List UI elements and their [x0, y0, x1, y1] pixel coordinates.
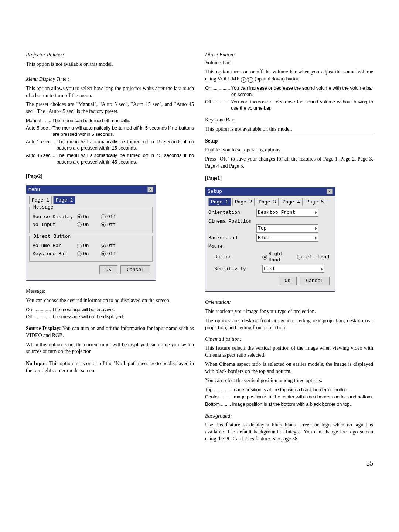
def-key: Auto 5 sec [26, 125, 48, 138]
ok-button[interactable]: OK [279, 277, 297, 285]
row-volume-bar: Volume Bar On Off [33, 243, 149, 249]
tab-row: Page 1 Page 2 [29, 196, 153, 204]
projector-pointer-body: This option is not available on this mod… [26, 61, 194, 68]
def-val: The menu will automatically be turned of… [52, 125, 194, 138]
message-row-on: On .............. The message will be di… [26, 306, 194, 313]
right-hand-radio[interactable]: Right Hand [262, 251, 297, 264]
mouse-button-label: Button [208, 254, 262, 261]
row-cinema-position-select: Top [208, 224, 332, 233]
def-dots: ........ [220, 401, 232, 408]
chevron-right-icon [315, 237, 317, 240]
tab-page2[interactable]: Page 2 [232, 198, 255, 206]
source-display-on-radio[interactable]: On [77, 214, 101, 220]
menu-window-titlebar: Menu × [26, 186, 156, 194]
def-key: Manual [26, 117, 41, 124]
cancel-button[interactable]: Cancel [300, 277, 330, 285]
def-key: Top [205, 387, 212, 393]
def-key: Center [205, 394, 219, 400]
def-val: Image position is at the center with bla… [233, 394, 373, 400]
orientation-body1: This reorients your image for your type … [205, 308, 373, 315]
menu-display-time-body1: This option allows you to select how lon… [26, 85, 194, 99]
def-dots: ............. [212, 387, 231, 393]
no-input-label: No Input [33, 222, 77, 228]
cinema-position-label: Cinema Position [208, 218, 256, 225]
message-row-off: Off .............. The message will not … [26, 313, 194, 320]
keystone-bar-heading: Keystone Bar: [205, 117, 373, 124]
no-input-off-radio[interactable]: Off [101, 222, 125, 228]
def-key: Bottom [205, 401, 220, 408]
row-cinema-position: Cinema Position [208, 218, 332, 225]
tab-page1[interactable]: Page 1 [29, 196, 52, 204]
page1-heading: [Page1] [205, 175, 373, 182]
tab-page2[interactable]: Page 2 [53, 196, 76, 204]
cinema-row-center: Center ......... Image position is at th… [205, 394, 373, 400]
def-key: Auto 45 sec [26, 152, 50, 165]
def-dots: .............. [32, 313, 52, 320]
source-display-label: Source Display [33, 214, 77, 220]
ok-button[interactable]: OK [99, 265, 118, 274]
cinema-body3: You can select the vertical position amo… [205, 377, 373, 384]
tab-page3[interactable]: Page 3 [256, 198, 279, 206]
row-keystone-bar: Keystone Bar On Off [33, 251, 149, 257]
cinema-position-select[interactable]: Top [256, 224, 318, 233]
projector-pointer-heading: Projector Pointer: [26, 52, 194, 59]
row-mouse: Mouse [208, 243, 332, 250]
tab-page4[interactable]: Page 4 [280, 198, 303, 206]
background-heading: Background: [205, 413, 373, 420]
close-icon[interactable]: × [327, 189, 332, 194]
cinema-row-bottom: Bottom ........ Image position is at the… [205, 401, 373, 408]
group-message: Message Source Display On Off No Input O… [29, 207, 153, 233]
def-dots: ... [50, 152, 56, 165]
setup-body2: Press "OK" to save your changes for all … [205, 156, 373, 170]
message-body: You can choose the desired information t… [26, 297, 194, 304]
def-key: Off [26, 313, 32, 320]
group-direct-button: Direct Button Volume Bar On Off Keystone… [29, 236, 153, 262]
tab-page1[interactable]: Page 1 [208, 198, 231, 206]
sensitivity-select[interactable]: Fast [262, 265, 324, 273]
mdt-row-manual: Manual ....... The menu can be turned of… [26, 117, 194, 124]
close-icon[interactable]: × [147, 187, 153, 192]
menu-display-time-body2: The preset choices are "Manual", "Auto 5… [26, 101, 194, 115]
source-display-off-radio[interactable]: Off [101, 214, 125, 220]
tab-page5[interactable]: Page 5 [304, 198, 327, 206]
setup-window-title: Setup [208, 188, 222, 195]
row-sensitivity: Sensitivity Fast [208, 265, 332, 273]
def-val: The message will not be displayed. [52, 313, 194, 320]
def-key: On [205, 85, 211, 98]
orientation-select[interactable]: Desktop Front [256, 209, 318, 217]
menu-window-title: Menu [28, 186, 40, 193]
def-val: Image position is at the top with a blac… [231, 387, 373, 393]
right-column: Direct Button: Volume Bar: This option t… [205, 52, 373, 445]
no-input-on-radio[interactable]: On [77, 222, 101, 228]
cancel-button[interactable]: Cancel [120, 265, 150, 274]
def-dots: .............. [211, 99, 231, 111]
tab-row: Page 1 Page 2 Page 3 Page 4 Page 5 [208, 198, 332, 206]
keystone-bar-label: Keystone Bar [33, 251, 77, 257]
cinema-heading: Cinema Position: [205, 336, 373, 343]
orientation-body2: The options are: desktop front projectio… [205, 318, 373, 332]
plus-icon: + [241, 77, 246, 83]
volume-bar-label: Volume Bar [33, 243, 77, 249]
cinema-position-value: Top [258, 225, 266, 232]
def-val: The menu can be turned off manually. [52, 117, 194, 124]
volume-bar-off-radio[interactable]: Off [101, 243, 125, 249]
background-label: Background [208, 235, 256, 241]
group-direct-button-label: Direct Button [32, 234, 72, 239]
background-select[interactable]: Blue [256, 234, 318, 242]
menu-display-time-heading: Menu Display Time : [26, 76, 194, 83]
source-display-body2: When this option is on, the current inpu… [26, 341, 194, 356]
left-hand-radio[interactable]: Left Hand [297, 254, 332, 261]
volume-bar-on-radio[interactable]: On [77, 243, 101, 249]
def-val: You can increase or decrease the sound v… [231, 99, 373, 111]
page-number: 35 [0, 460, 399, 478]
def-dots: .............. [211, 85, 231, 98]
mdt-row-auto45: Auto 45 sec ... The menu will automatica… [26, 152, 194, 165]
chevron-right-icon [321, 268, 323, 271]
minus-icon: – [248, 77, 253, 83]
keystone-bar-on-radio[interactable]: On [77, 251, 101, 257]
def-dots: ......... [219, 394, 233, 400]
setup-heading: Setup [205, 138, 373, 145]
sensitivity-value: Fast [264, 266, 275, 272]
def-val: The menu will automatically be turned of… [57, 138, 194, 151]
keystone-bar-off-radio[interactable]: Off [101, 251, 125, 257]
